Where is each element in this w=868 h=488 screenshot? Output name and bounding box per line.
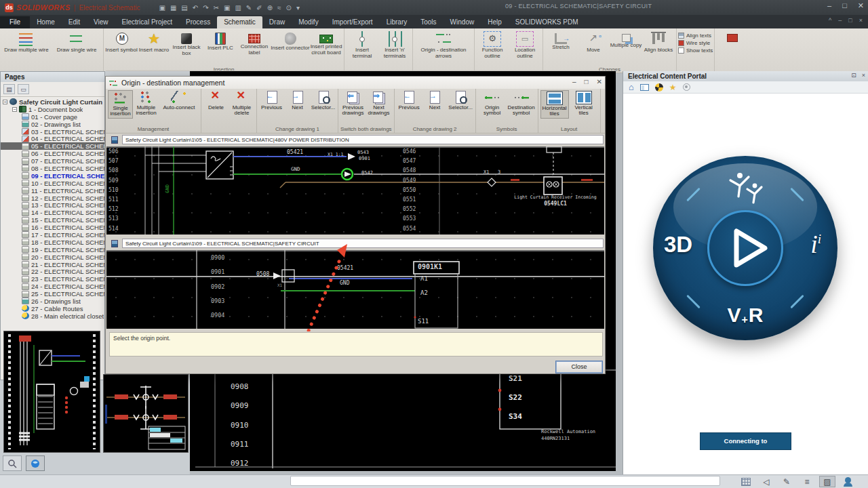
pages-tree-item[interactable]: − 24 - ELECTRICAL SCHEMATIC <box>1 283 104 290</box>
ribbon-small-button[interactable]: Show texts <box>678 47 713 54</box>
close-icon[interactable]: × <box>862 72 865 79</box>
close-icon[interactable]: ✕ <box>858 1 864 10</box>
menu-item[interactable]: Help <box>481 16 509 28</box>
user-icon[interactable] <box>683 83 690 91</box>
pages-tree-item[interactable]: − 20 - ELECTRICAL SCHEMATIC <box>1 253 104 261</box>
dialog-toolbar-button[interactable]: Destination symbol <box>507 90 536 117</box>
snap-mode-icon[interactable]: ✎ <box>778 476 795 487</box>
dialog-toolbar-button[interactable]: Next <box>285 90 310 111</box>
favorites-icon[interactable]: ★ <box>669 83 677 92</box>
pin-icon[interactable]: ⊡ <box>851 72 856 79</box>
selection-mode-icon[interactable]: ▭ <box>18 84 29 94</box>
ribbon-button[interactable]: Insert black box <box>170 30 203 56</box>
schematic-thumbnail-preview[interactable] <box>3 331 100 453</box>
pages-tree-item[interactable]: − 16 - ELECTRICAL SCHEMATIC <box>1 224 104 231</box>
pages-tree-item[interactable]: − 02 - Drawings list <box>1 121 104 128</box>
ribbon-button[interactable]: Connection label <box>238 30 271 56</box>
ribbon-button[interactable]: ▭Location outline <box>509 30 541 59</box>
pages-tree-item[interactable]: − 14 - ELECTRICAL SCHEMATIC <box>1 209 104 216</box>
doc-close-icon[interactable]: × <box>859 17 863 24</box>
dialog-title-bar[interactable]: Origin - destination management – □ ✕ <box>106 77 605 89</box>
tree-expander-icon[interactable]: − <box>3 100 7 104</box>
ribbon-button[interactable]: Insert 'n' terminals <box>378 30 411 59</box>
dialog-toolbar-button[interactable]: Auto-connect <box>159 90 199 119</box>
ribbon-button[interactable]: ⚙Function outline <box>476 30 509 59</box>
pages-tree-item[interactable]: − 01 - Cover page <box>1 113 104 121</box>
ribbon-button[interactable]: Align blocks <box>642 30 675 54</box>
pages-tree-item[interactable]: − 25 - ELECTRICAL SCHEMATIC <box>1 290 104 298</box>
pages-tree-item[interactable]: − 21 - ELECTRICAL SCHEMATIC <box>1 261 104 268</box>
pages-tree-item[interactable]: − 22 - ELECTRICAL SCHEMATIC <box>1 268 104 275</box>
pages-tree-item[interactable]: − 04 - ELECTRICAL SCHEMATIC <box>1 135 104 142</box>
menu-item[interactable]: View <box>87 16 115 28</box>
dialog-toolbar-button[interactable]: Delete <box>203 90 229 117</box>
dialog-toolbar-button[interactable]: Origin symbol <box>478 90 507 117</box>
pages-tree-item[interactable]: − 07 - ELECTRICAL SCHEMATIC <box>1 157 104 165</box>
pages-tree-item[interactable]: − 27 - Cable Routes <box>1 305 104 312</box>
menu-item[interactable]: Window <box>443 16 481 28</box>
menu-item[interactable]: Library <box>380 16 414 28</box>
menu-item[interactable]: File <box>0 16 30 28</box>
ribbon-button[interactable]: ★Insert macro <box>138 30 170 56</box>
minimize-icon[interactable]: – <box>827 1 831 10</box>
pcb-red-icon[interactable] <box>727 34 738 42</box>
ribbon-small-button[interactable]: Wire style <box>678 40 713 46</box>
dialog-toolbar-button[interactable]: Next drawings <box>366 90 391 117</box>
dialog-toolbar-button[interactable]: Selector... <box>311 90 336 111</box>
restore-icon[interactable]: □ <box>842 1 847 10</box>
quick-access-icon[interactable]: ▤ <box>181 4 187 12</box>
ribbon-button[interactable]: Insert PLC <box>203 30 238 56</box>
pages-tree-item[interactable]: − 13 - ELECTRICAL SCHEMATIC <box>1 201 104 209</box>
ribbon-button[interactable]: Insert connector <box>271 30 310 56</box>
play-button-circle[interactable] <box>707 210 783 286</box>
dialog-toolbar-button[interactable]: Multiple insertion <box>134 90 159 119</box>
pages-tree-item[interactable]: − 26 - Drawings list <box>1 298 104 305</box>
quick-access-icon[interactable]: ✂ <box>214 4 219 12</box>
quick-access-icon[interactable]: ▾ <box>296 4 300 12</box>
navigate-button[interactable] <box>26 455 45 471</box>
ribbon-button[interactable]: Draw single wire <box>52 30 102 54</box>
quick-access-icon[interactable]: ▦ <box>170 4 176 12</box>
menu-item[interactable]: Draw <box>262 16 292 28</box>
ribbon-button[interactable]: Multiple copy <box>610 30 642 54</box>
pages-tree-item[interactable]: − 03 - ELECTRICAL SCHEMATIC <box>1 128 104 136</box>
menu-item[interactable]: Process <box>179 16 217 28</box>
quick-access-icon[interactable]: ✐ <box>256 4 262 12</box>
dialog-maximize-icon[interactable]: □ <box>585 78 589 85</box>
command-input-strip[interactable] <box>290 476 720 486</box>
ribbon-button[interactable]: Insert symbol <box>105 30 138 56</box>
tree-expander-icon[interactable]: − <box>12 107 17 112</box>
ribbon-small-button[interactable]: Align texts <box>678 33 713 39</box>
menu-item[interactable]: Edit <box>62 16 87 28</box>
ribbon-button[interactable]: Draw multiple wire <box>1 30 52 54</box>
draw-mode-icon[interactable]: ▨ <box>819 476 835 487</box>
quick-access-icon[interactable]: ↶ <box>193 4 198 12</box>
connecting-status-button[interactable]: Connecting to 3DEXPERIENCE <box>700 432 791 450</box>
dialog-toolbar-button[interactable]: Previous <box>259 90 284 111</box>
ribbon-button[interactable]: Origin - destination arrows <box>414 30 473 59</box>
pages-tree-item[interactable]: − Safety Circuit Light Curtain <box>1 98 104 106</box>
menu-item[interactable]: Electrical Project <box>115 16 179 28</box>
menu-item[interactable]: SOLIDWORKS PDM <box>509 16 585 28</box>
menu-item[interactable]: Schematic <box>217 16 262 28</box>
pages-tree-item[interactable]: − 06 - ELECTRICAL SCHEMATIC <box>1 150 104 157</box>
quick-access-icon[interactable]: ↷ <box>203 4 208 12</box>
dialog-toolbar-button[interactable]: Multiple delete <box>229 90 254 117</box>
ribbon-button[interactable]: Insert printed circuit board <box>310 30 342 56</box>
ribbon-button[interactable]: ↗Move <box>577 30 610 54</box>
schematic-detail-preview[interactable] <box>103 374 189 453</box>
quick-access-icon[interactable]: ⊙ <box>286 4 292 12</box>
ergonomics-icon[interactable] <box>840 476 856 487</box>
drawing2-canvas[interactable]: 09000901090209030904 0508 X1 05421 GND 0… <box>106 250 604 329</box>
dialog-toolbar-button[interactable]: Previous <box>397 90 422 111</box>
quick-access-icon[interactable]: ▣ <box>159 4 165 12</box>
dialog-toolbar-button[interactable]: Single insertion <box>108 90 133 119</box>
globe-icon[interactable] <box>655 83 663 92</box>
pages-tree-item[interactable]: − 15 - ELECTRICAL SCHEMATIC <box>1 216 104 224</box>
quick-access-icon[interactable]: ≈ <box>277 4 281 12</box>
ortho-mode-icon[interactable]: ◁ <box>758 476 774 487</box>
dialog-toolbar-button[interactable]: Horizontal tiles <box>540 90 569 119</box>
dialog-minimize-icon[interactable]: – <box>572 78 576 85</box>
home-icon[interactable]: ⌂ <box>629 83 634 92</box>
pages-tree-item[interactable]: − 10 - ELECTRICAL SCHEMATIC <box>1 180 104 187</box>
